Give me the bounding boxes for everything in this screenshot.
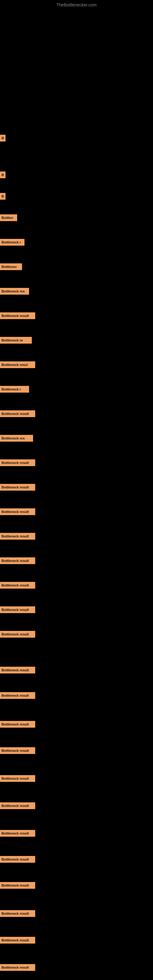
bottleneck-bar-8: Bottleneck re [0, 337, 32, 344]
bottleneck-bar-22: Bottleneck result [0, 692, 35, 699]
bottleneck-bar-17: Bottleneck result [0, 557, 35, 564]
bottleneck-bar-10: Bottleneck r [0, 386, 29, 393]
bottleneck-bar-6: Bottleneck res [0, 288, 29, 294]
bottleneck-bar-31: Bottleneck result [0, 937, 35, 943]
bottleneck-bar-21: Bottleneck result [0, 667, 35, 673]
bottleneck-bar-23: Bottleneck result [0, 721, 35, 728]
bottleneck-bar-12: Bottleneck res [0, 435, 33, 442]
bottleneck-bar-13: Bottleneck result [0, 460, 35, 466]
bottleneck-bar-9: Bottleneck resul [0, 361, 35, 368]
bottleneck-bar-20: Bottleneck result [0, 631, 35, 638]
bottleneck-bar-14: Bottleneck result [0, 484, 35, 491]
bottleneck-bar-16: Bottleneck result [0, 533, 35, 539]
bottleneck-bar-1: B [0, 172, 5, 178]
bottleneck-bar-26: Bottleneck result [0, 802, 35, 809]
bottleneck-bar-15: Bottleneck result [0, 508, 35, 515]
bottleneck-bar-5: Bottlenec [0, 263, 22, 270]
bottleneck-bar-2: B [0, 193, 5, 200]
bottleneck-bar-29: Bottleneck result [0, 882, 35, 889]
bottleneck-bar-0: B [0, 135, 5, 142]
bottleneck-bar-18: Bottleneck result [0, 582, 35, 589]
bottleneck-bar-19: Bottleneck result [0, 606, 35, 613]
bottleneck-bar-4: Bottleneck r [0, 239, 24, 246]
bottleneck-bar-7: Bottleneck result [0, 312, 35, 319]
bottleneck-bar-11: Bottleneck result [0, 410, 35, 417]
bottleneck-bar-27: Bottleneck result [0, 830, 35, 837]
bottleneck-bar-32: Bottleneck result [0, 964, 35, 971]
bottleneck-bar-28: Bottleneck result [0, 856, 35, 863]
bottleneck-bar-30: Bottleneck result [0, 910, 35, 917]
bottleneck-bar-25: Bottleneck result [0, 775, 35, 782]
bottleneck-bar-24: Bottleneck result [0, 747, 35, 754]
site-title: TheBottlenecker.com [56, 2, 97, 7]
bottleneck-bar-3: Bottlen [0, 215, 17, 221]
